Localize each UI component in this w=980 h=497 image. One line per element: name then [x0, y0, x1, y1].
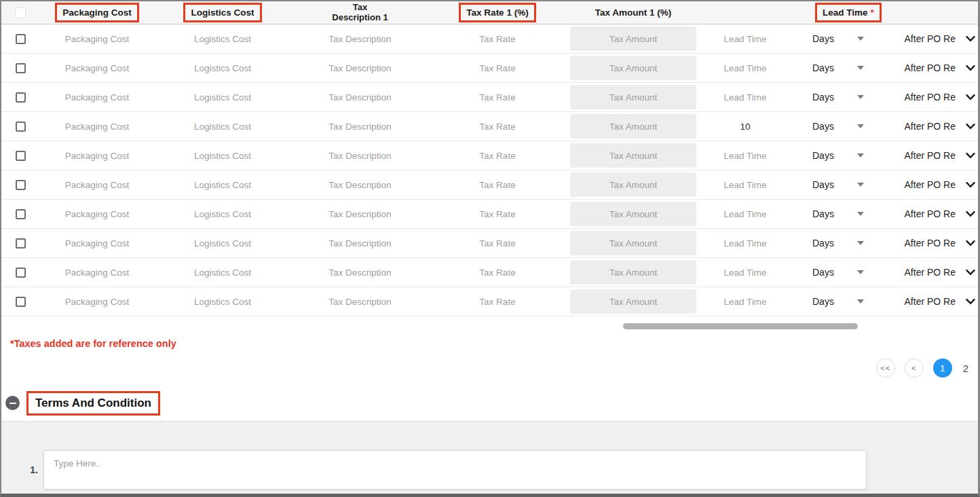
po-schedule-select[interactable]: After PO Re: [871, 170, 978, 199]
row-checkbox[interactable]: [16, 122, 26, 132]
lead-time-input[interactable]: [703, 116, 788, 136]
lead-time-unit-select[interactable]: Days: [789, 24, 871, 53]
lead-time-input[interactable]: [703, 291, 788, 312]
terms-title: Terms And Condition: [35, 397, 151, 409]
tax-description-input[interactable]: [293, 233, 427, 253]
tax-rate-input[interactable]: [432, 29, 563, 49]
tax-description-input[interactable]: [293, 204, 427, 224]
chevron-down-icon: [966, 65, 975, 71]
lead-time-unit-select[interactable]: Days: [789, 112, 871, 141]
lead-time-input[interactable]: [703, 204, 788, 224]
po-schedule-select[interactable]: After PO Re: [871, 54, 978, 82]
po-schedule-select[interactable]: After PO Re: [871, 112, 978, 141]
tax-rate-input[interactable]: [432, 116, 563, 136]
packaging-cost-cell: [39, 141, 155, 170]
terms-item: 1.: [26, 450, 978, 490]
packaging-cost-input[interactable]: [41, 58, 152, 78]
po-schedule-select[interactable]: After PO Re: [871, 83, 978, 111]
packaging-cost-input[interactable]: [41, 29, 152, 49]
po-schedule-select[interactable]: After PO Re: [871, 24, 978, 53]
lead-time-unit-select[interactable]: Days: [789, 83, 871, 111]
lead-time-unit-select[interactable]: Days: [789, 287, 871, 316]
lead-time-unit-select[interactable]: Days: [789, 258, 871, 287]
tax-rate-input[interactable]: [432, 204, 563, 224]
lead-time-unit-select[interactable]: Days: [789, 54, 871, 82]
logistics-cost-input[interactable]: [157, 174, 288, 195]
row-checkbox[interactable]: [16, 63, 26, 73]
collapse-terms-button[interactable]: [5, 396, 20, 410]
logistics-cost-input[interactable]: [157, 291, 288, 312]
page-1-button[interactable]: 1: [933, 358, 952, 378]
lead-time-input[interactable]: [703, 174, 788, 195]
tax-amount-input: [570, 202, 696, 226]
select-all-checkbox[interactable]: [15, 7, 26, 18]
lead-time-cell: [701, 83, 789, 111]
row-checkbox[interactable]: [16, 151, 26, 161]
prev-page-button[interactable]: <: [905, 358, 924, 378]
row-checkbox[interactable]: [16, 238, 26, 248]
row-checkbox[interactable]: [16, 297, 26, 307]
lead-time-input[interactable]: [703, 29, 788, 49]
tax-description-cell: [290, 229, 430, 257]
lead-time-input[interactable]: [703, 58, 788, 78]
lead-time-cell: [701, 170, 789, 199]
tax-description-input[interactable]: [293, 174, 427, 195]
logistics-cost-input[interactable]: [157, 87, 288, 107]
packaging-cost-input[interactable]: [41, 174, 152, 195]
tax-description-input[interactable]: [293, 29, 427, 49]
logistics-cost-input[interactable]: [157, 233, 288, 253]
logistics-cost-input[interactable]: [157, 58, 288, 78]
logistics-cost-input[interactable]: [157, 116, 288, 136]
packaging-cost-input[interactable]: [41, 87, 152, 107]
tax-description-input[interactable]: [293, 291, 427, 312]
po-schedule-select[interactable]: After PO Re: [871, 258, 978, 287]
lead-time-cell: [701, 258, 789, 287]
terms-textarea[interactable]: [43, 450, 867, 490]
page-2-button[interactable]: 2: [963, 363, 968, 374]
tax-description-input[interactable]: [293, 58, 427, 78]
logistics-cost-input[interactable]: [157, 204, 288, 224]
row-checkbox[interactable]: [16, 180, 26, 190]
chevron-down-icon: [966, 240, 975, 246]
lead-time-unit-select[interactable]: Days: [789, 229, 871, 257]
po-schedule-select[interactable]: After PO Re: [871, 200, 978, 228]
packaging-cost-input[interactable]: [41, 291, 152, 312]
logistics-cost-input[interactable]: [157, 262, 288, 282]
po-schedule-select[interactable]: After PO Re: [871, 287, 978, 316]
lead-time-unit-select[interactable]: Days: [789, 170, 871, 199]
tax-rate-input[interactable]: [432, 58, 563, 78]
logistics-cost-input[interactable]: [157, 29, 288, 49]
tax-rate-input[interactable]: [432, 145, 563, 166]
lead-time-input[interactable]: [703, 233, 788, 253]
row-checkbox[interactable]: [16, 209, 26, 219]
packaging-cost-input[interactable]: [41, 204, 152, 224]
po-schedule-select[interactable]: After PO Re: [871, 229, 978, 257]
tax-rate-input[interactable]: [432, 233, 563, 253]
row-checkbox[interactable]: [16, 34, 26, 44]
lead-time-unit-select[interactable]: Days: [789, 200, 871, 228]
row-checkbox[interactable]: [16, 92, 26, 103]
lead-time-input[interactable]: [703, 145, 788, 166]
tax-description-input[interactable]: [293, 262, 427, 282]
horizontal-scrollbar-thumb[interactable]: [623, 323, 858, 329]
tax-rate-input[interactable]: [432, 262, 563, 282]
po-schedule-select[interactable]: After PO Re: [871, 141, 978, 170]
packaging-cost-input[interactable]: [41, 233, 152, 253]
tax-description-cell: [290, 112, 430, 141]
lead-time-input[interactable]: [703, 262, 788, 282]
row-checkbox[interactable]: [16, 268, 26, 278]
tax-description-input[interactable]: [293, 87, 427, 107]
tax-rate-input[interactable]: [432, 174, 563, 195]
logistics-cost-input[interactable]: [157, 145, 288, 166]
packaging-cost-input[interactable]: [41, 116, 152, 136]
tax-rate-input[interactable]: [432, 87, 563, 107]
tax-description-input[interactable]: [293, 116, 427, 136]
lead-time-unit-select[interactable]: Days: [789, 141, 871, 170]
tax-description-input[interactable]: [293, 145, 427, 166]
tax-rate-input[interactable]: [432, 291, 563, 312]
lead-time-input[interactable]: [703, 87, 788, 107]
lead-time-unit-value: Days: [812, 92, 834, 103]
packaging-cost-input[interactable]: [41, 262, 152, 282]
packaging-cost-input[interactable]: [41, 145, 152, 166]
first-page-button[interactable]: <<: [876, 358, 895, 378]
